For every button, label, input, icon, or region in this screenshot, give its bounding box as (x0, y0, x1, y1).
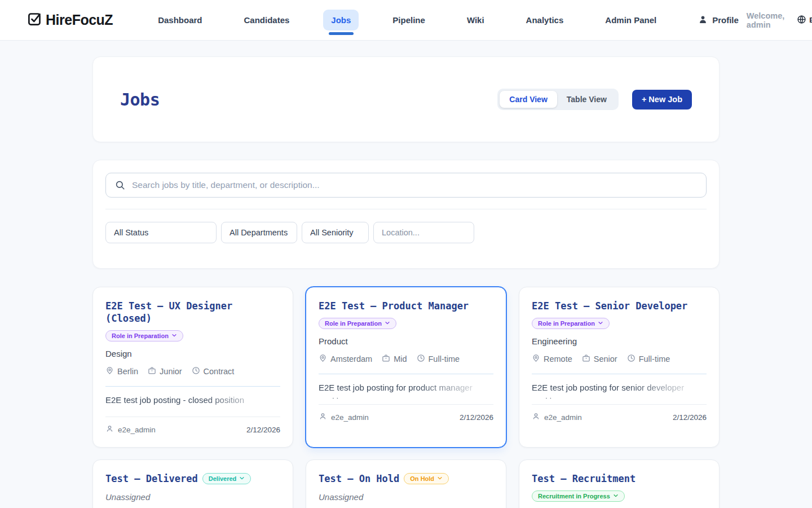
checkbox-logo-icon (27, 11, 42, 29)
chevron-down-icon (613, 493, 619, 500)
location-filter-input[interactable] (373, 222, 474, 243)
job-location-label: Amsterdam (330, 354, 372, 364)
job-card-title-row: E2E Test – Senior Developer Role in Prep… (532, 300, 707, 329)
main-content: Jobs Card View Table View + New Job All … (92, 41, 720, 508)
job-seniority-label: Senior (594, 354, 617, 364)
status-badge-label: Role in Preparation (325, 320, 382, 327)
status-badge-label: Delivered (209, 475, 237, 482)
job-card[interactable]: Test – On Hold On Hold Unassigned (306, 459, 506, 508)
job-date: 2/12/2026 (460, 413, 493, 422)
new-job-button[interactable]: + New Job (632, 90, 692, 110)
job-title: E2E Test – Senior Developer (532, 300, 687, 312)
job-location: Remote (532, 354, 572, 364)
brand-logo[interactable]: HireFocuZ (27, 11, 113, 29)
status-badge-label: Role in Preparation (112, 332, 169, 339)
card-view-button[interactable]: Card View (500, 91, 557, 108)
nav-item-wiki[interactable]: Wiki (459, 10, 492, 30)
language-selector[interactable]: EN (797, 15, 812, 26)
job-location-label: Berlin (117, 367, 138, 376)
job-description: E2E test job posting - closed position (105, 393, 280, 411)
job-card[interactable]: E2E Test – Product Manager Role in Prepa… (306, 287, 506, 448)
chevron-down-icon (598, 320, 603, 327)
job-employment-type: Contract (192, 366, 235, 376)
job-seniority: Junior (148, 366, 182, 376)
job-employment-type-label: Full-time (429, 354, 460, 364)
user-outline-icon (532, 412, 540, 422)
card-divider-top (532, 374, 707, 374)
status-badge-label: Recruitment in Progress (538, 493, 610, 500)
job-location: Berlin (105, 366, 138, 376)
nav-item-dashboard[interactable]: Dashboard (150, 10, 210, 30)
job-employment-type-label: Contract (204, 367, 235, 376)
status-badge[interactable]: Recruitment in Progress (532, 491, 625, 502)
view-toggle: Card View Table View (497, 89, 619, 110)
job-card[interactable]: Test – Delivered Delivered Unassigned (92, 459, 293, 508)
map-pin-icon (105, 366, 114, 376)
job-location-label: Remote (544, 354, 572, 364)
card-divider-top (319, 374, 493, 374)
job-department: Unassigned (319, 492, 493, 502)
status-filter-select[interactable]: All Status (105, 222, 217, 243)
chevron-down-icon (437, 475, 443, 482)
page-header-actions: Card View Table View + New Job (497, 89, 692, 110)
user-outline-icon (105, 424, 114, 435)
job-description: E2E test job posting for product manager… (319, 381, 493, 398)
nav-item-analytics[interactable]: Analytics (518, 10, 572, 30)
job-seniority: Senior (582, 354, 617, 364)
job-author-label: e2e_admin (118, 426, 156, 434)
job-title: E2E Test – UX Designer (Closed) (105, 300, 280, 325)
job-seniority: Mid (382, 354, 407, 364)
nav-right-group: Welcome, admin EN Logout (747, 9, 812, 32)
status-badge[interactable]: Delivered (202, 473, 251, 484)
clock-icon (417, 354, 425, 364)
nav-item-pipeline[interactable]: Pipeline (385, 10, 433, 30)
main-nav: Dashboard Candidates Jobs Pipeline Wiki … (150, 9, 747, 32)
user-icon (698, 15, 708, 26)
nav-item-jobs[interactable]: Jobs (323, 10, 359, 30)
job-card-title-row: Test – On Hold On Hold (319, 472, 493, 485)
job-card[interactable]: Test – Recruitment Recruitment in Progre… (519, 459, 720, 508)
map-pin-icon (319, 354, 327, 364)
status-badge-label: On Hold (410, 475, 434, 482)
briefcase-icon (382, 354, 390, 364)
nav-item-profile[interactable]: Profile (690, 9, 747, 32)
nav-item-admin-panel[interactable]: Admin Panel (597, 10, 664, 30)
job-card[interactable]: E2E Test – UX Designer (Closed) Role in … (92, 287, 293, 448)
departments-filter-select[interactable]: All Departments (221, 222, 297, 243)
job-seniority-label: Mid (394, 354, 407, 364)
status-badge[interactable]: On Hold (404, 473, 449, 484)
chevron-down-icon (239, 475, 245, 482)
job-description: E2E test job posting for senior develope… (532, 381, 707, 398)
job-author-label: e2e_admin (331, 413, 369, 422)
map-pin-icon (532, 354, 540, 364)
job-employment-type-label: Full-time (639, 354, 670, 364)
status-badge[interactable]: Role in Preparation (319, 318, 396, 329)
job-title: Test – Recruitment (532, 472, 636, 485)
job-department: Unassigned (105, 492, 280, 502)
clock-icon (192, 366, 200, 376)
job-meta-row: Remote Senior Full-time (532, 354, 707, 364)
status-badge[interactable]: Role in Preparation (105, 330, 183, 341)
welcome-text: Welcome, admin (747, 11, 784, 29)
job-employment-type: Full-time (627, 354, 670, 364)
nav-item-candidates[interactable]: Candidates (236, 10, 297, 30)
job-card-title-row: E2E Test – UX Designer (Closed) Role in … (105, 300, 280, 341)
table-view-button[interactable]: Table View (557, 91, 616, 108)
status-badge[interactable]: Role in Preparation (532, 318, 610, 329)
job-author: e2e_admin (532, 412, 582, 422)
status-badge-label: Role in Preparation (538, 320, 595, 327)
job-title: E2E Test – Product Manager (319, 300, 469, 312)
job-department: Design (105, 349, 280, 358)
job-author: e2e_admin (105, 424, 156, 435)
search-box (105, 173, 707, 198)
job-author: e2e_admin (319, 412, 369, 422)
seniority-filter-select[interactable]: All Seniority (302, 222, 369, 243)
briefcase-icon (582, 354, 590, 364)
job-card[interactable]: E2E Test – Senior Developer Role in Prep… (519, 287, 720, 448)
job-department: Product (319, 336, 493, 346)
search-input[interactable] (105, 173, 707, 198)
language-code: EN (809, 16, 812, 24)
job-card-footer: e2e_admin 2/12/2026 (319, 405, 493, 422)
job-card-title-row: Test – Delivered Delivered (105, 472, 280, 485)
brand-name: HireFocuZ (46, 12, 113, 28)
